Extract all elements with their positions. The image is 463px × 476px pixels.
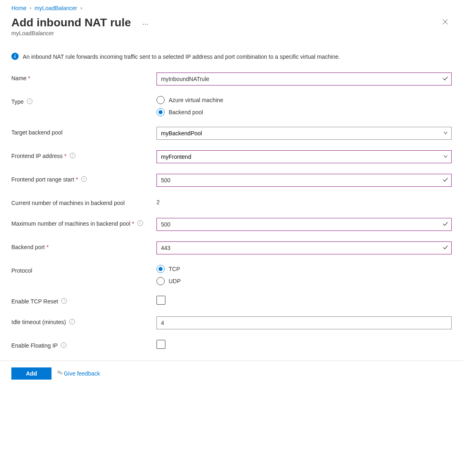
add-button[interactable]: Add bbox=[11, 367, 51, 380]
idle-timeout-input[interactable] bbox=[156, 316, 452, 329]
protocol-radio-tcp[interactable]: TCP bbox=[156, 265, 452, 273]
target-backend-pool-select[interactable]: myBackendPool bbox=[156, 127, 452, 140]
radio-icon bbox=[156, 277, 165, 285]
name-input[interactable] bbox=[156, 73, 452, 85]
radio-icon bbox=[156, 265, 165, 273]
breadcrumb-lb[interactable]: myLoadBalancer bbox=[34, 5, 77, 11]
svg-point-2 bbox=[58, 371, 60, 373]
chevron-right-icon: › bbox=[30, 5, 31, 11]
label-frontend-port-start: Frontend port range start* i bbox=[11, 174, 156, 184]
floating-ip-checkbox[interactable] bbox=[156, 340, 165, 349]
help-icon[interactable]: i bbox=[81, 176, 87, 182]
radio-icon bbox=[156, 108, 165, 116]
label-current-machines: Current number of machines in backend po… bbox=[11, 197, 156, 207]
more-actions-button[interactable]: ⋯ bbox=[139, 19, 152, 29]
label-tcp-reset: Enable TCP Reset i bbox=[11, 296, 156, 306]
chevron-right-icon: › bbox=[80, 5, 82, 11]
radio-label: TCP bbox=[169, 266, 180, 272]
page-title: Add inbound NAT rule bbox=[11, 16, 131, 29]
radio-label: Azure virtual machine bbox=[169, 97, 223, 103]
label-target-backend-pool: Target backend pool bbox=[11, 127, 156, 137]
help-icon[interactable]: i bbox=[61, 342, 66, 348]
label-max-machines: Maximum number of machines in backend po… bbox=[11, 218, 156, 228]
give-feedback-link[interactable]: Give feedback bbox=[57, 370, 100, 377]
breadcrumb-home[interactable]: Home bbox=[11, 5, 26, 11]
label-name: Name* bbox=[11, 73, 156, 83]
radio-label: UDP bbox=[169, 278, 181, 284]
backend-port-input[interactable] bbox=[156, 241, 452, 254]
label-idle-timeout: Idle timeout (minutes) i bbox=[11, 316, 156, 327]
info-icon: i bbox=[11, 53, 19, 60]
help-icon[interactable]: i bbox=[27, 98, 32, 104]
max-machines-input[interactable] bbox=[156, 218, 452, 231]
type-radio-vm[interactable]: Azure virtual machine bbox=[156, 96, 452, 104]
help-icon[interactable]: i bbox=[137, 220, 143, 226]
current-machines-value: 2 bbox=[156, 197, 452, 205]
feedback-icon bbox=[57, 370, 63, 377]
protocol-radio-udp[interactable]: UDP bbox=[156, 277, 452, 285]
help-icon[interactable]: i bbox=[61, 298, 67, 304]
radio-label: Backend pool bbox=[169, 109, 203, 115]
page-subtitle: myLoadBalancer bbox=[11, 30, 452, 36]
help-icon[interactable]: i bbox=[70, 153, 75, 158]
tcp-reset-checkbox[interactable] bbox=[156, 296, 165, 305]
info-text: An inbound NAT rule forwards incoming tr… bbox=[23, 53, 340, 61]
label-type: Type i bbox=[11, 96, 156, 106]
close-button[interactable] bbox=[439, 17, 452, 29]
help-icon[interactable]: i bbox=[69, 319, 75, 324]
label-backend-port: Backend port* bbox=[11, 241, 156, 252]
frontend-port-start-input[interactable] bbox=[156, 174, 452, 187]
label-frontend-ip: Frontend IP address* i bbox=[11, 150, 156, 160]
label-protocol: Protocol bbox=[11, 265, 156, 275]
type-radio-backend-pool[interactable]: Backend pool bbox=[156, 108, 452, 116]
frontend-ip-select[interactable]: myFrontend bbox=[156, 150, 452, 163]
breadcrumb: Home › myLoadBalancer › bbox=[11, 5, 452, 11]
radio-icon bbox=[156, 96, 165, 104]
label-floating-ip: Enable Floating IP i bbox=[11, 340, 156, 350]
